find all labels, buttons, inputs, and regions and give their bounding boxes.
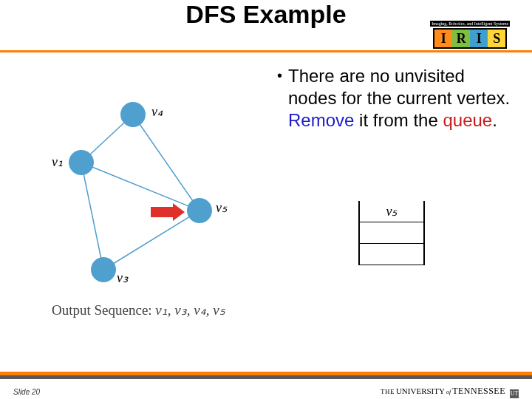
node-v1 bbox=[69, 150, 94, 175]
bullet-mid: it from the bbox=[354, 110, 443, 130]
bullet-remove: Remove bbox=[288, 110, 354, 130]
bullet-text: There are no unvisited nodes for the cur… bbox=[288, 65, 514, 132]
stack-cell: v₅ bbox=[358, 201, 425, 222]
label-v4: v₄ bbox=[151, 103, 163, 120]
univ-university: UNIVERSITY bbox=[396, 386, 445, 395]
edge-v4-v5 bbox=[133, 115, 200, 211]
stack-cell bbox=[358, 244, 425, 265]
slide: DFS Example Imaging, Robotics, and Intel… bbox=[0, 0, 532, 399]
bullet-item: • There are no unvisited nodes for the c… bbox=[277, 65, 514, 132]
stack-wrap: v₅ bbox=[358, 201, 425, 265]
label-v1: v₁ bbox=[52, 154, 63, 170]
footer-gray-bar bbox=[0, 375, 532, 379]
stack-cell bbox=[358, 222, 425, 244]
slide-number: Slide 20 bbox=[13, 388, 40, 396]
edge-v1-v3 bbox=[81, 163, 103, 270]
univ-the: THE bbox=[381, 388, 395, 395]
iris-logo: Imaging, Robotics, and Intelligent Syste… bbox=[430, 21, 510, 49]
node-v3 bbox=[91, 257, 116, 282]
bullet-end: . bbox=[492, 110, 497, 130]
bullet-text-block: • There are no unvisited nodes for the c… bbox=[277, 65, 514, 132]
univ-of: of bbox=[446, 389, 451, 395]
title-underline bbox=[0, 50, 532, 52]
arrow-head-icon bbox=[173, 203, 185, 221]
output-sequence: Output Sequence: v₁, v₃, v₄, v₅ bbox=[52, 301, 225, 318]
iris-letter: I bbox=[470, 30, 488, 47]
current-pointer-arrow bbox=[151, 203, 185, 221]
graph-diagram: v₁ v₄ v₃ v₅ bbox=[44, 89, 259, 310]
iris-letter: I bbox=[434, 30, 452, 47]
stack-right-border bbox=[423, 201, 425, 265]
bullet-dot-icon: • bbox=[277, 65, 282, 132]
iris-letter: R bbox=[452, 30, 470, 47]
stack-table: v₅ bbox=[358, 201, 425, 265]
univ-mark-icon: UT bbox=[510, 389, 519, 398]
label-v5: v₅ bbox=[216, 200, 227, 216]
arrow-body bbox=[151, 207, 173, 217]
university-logo: THE UNIVERSITY of TENNESSEE UT bbox=[381, 386, 519, 397]
node-v5 bbox=[187, 198, 212, 223]
output-sequence-values: v₁, v₃, v₄, v₅ bbox=[155, 302, 225, 318]
univ-tennessee: TENNESSEE bbox=[452, 386, 505, 397]
label-v3: v₃ bbox=[117, 270, 128, 286]
stack-left-border bbox=[358, 201, 360, 265]
bullet-queue: queue bbox=[443, 110, 492, 130]
iris-logo-boxes: I R I S bbox=[433, 28, 507, 49]
output-sequence-label: Output Sequence: bbox=[52, 302, 152, 318]
iris-letter: S bbox=[488, 30, 505, 47]
node-v4 bbox=[120, 102, 146, 127]
bullet-pre: There are no unvisited nodes for the cur… bbox=[288, 66, 510, 108]
iris-logo-label: Imaging, Robotics, and Intelligent Syste… bbox=[430, 21, 510, 27]
